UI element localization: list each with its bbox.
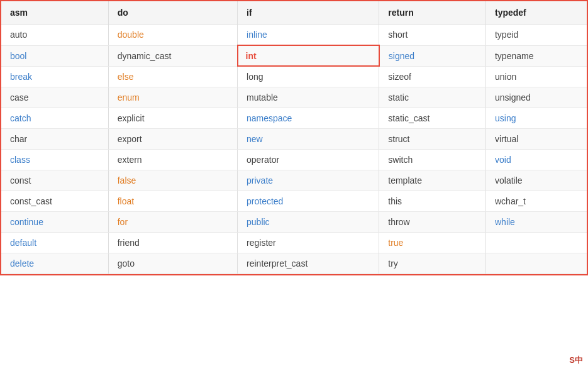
cell-row2-col4: union <box>485 66 587 87</box>
cell-row11-col4 <box>485 253 587 274</box>
cell-row1-col3: signed <box>379 45 486 66</box>
cell-row3-col1: enum <box>108 87 237 108</box>
table-row: classexternoperatorswitchvoid <box>1 150 587 170</box>
cell-row7-col4: volatile <box>485 170 587 191</box>
table-row: caseenummutablestaticunsigned <box>1 87 587 108</box>
cell-row1-col1: dynamic_cast <box>108 45 237 66</box>
cell-row5-col2: new <box>238 129 379 150</box>
table-row: breakelselongsizeofunion <box>1 66 587 87</box>
cell-row2-col3: sizeof <box>379 66 486 87</box>
cell-row6-col4: void <box>485 150 587 170</box>
cell-row9-col4: while <box>485 212 587 233</box>
cell-row6-col3: switch <box>379 150 486 170</box>
table-row: deletegotoreinterpret_casttry <box>1 253 587 274</box>
cell-row9-col2: public <box>238 212 379 233</box>
table-row: continueforpublicthrowwhile <box>1 212 587 233</box>
cell-row0-col4: typeid <box>485 25 587 46</box>
cell-row8-col0: const_cast <box>1 191 108 212</box>
cell-row5-col0: char <box>1 129 108 150</box>
header-col1: asm <box>1 1 108 25</box>
table-header-row: asm do if return typedef <box>1 1 587 25</box>
cell-row8-col1: float <box>108 191 237 212</box>
cell-row2-col2: long <box>238 66 379 87</box>
cell-row11-col3: try <box>379 253 486 274</box>
table-row: constfalseprivatetemplatevolatile <box>1 170 587 191</box>
cell-row5-col3: struct <box>379 129 486 150</box>
cell-row4-col3: static_cast <box>379 108 486 129</box>
cell-row7-col3: template <box>379 170 486 191</box>
cell-row1-col0: bool <box>1 45 108 66</box>
cell-row10-col3: true <box>379 233 486 253</box>
cell-row10-col0: default <box>1 233 108 253</box>
cell-row0-col1: double <box>108 25 237 46</box>
cell-row8-col2: protected <box>238 191 379 212</box>
cell-row4-col1: explicit <box>108 108 237 129</box>
cell-row7-col2: private <box>238 170 379 191</box>
cell-row2-col0: break <box>1 66 108 87</box>
watermark: S中 <box>569 355 583 366</box>
cell-row11-col2: reinterpret_cast <box>238 253 379 274</box>
cell-row8-col3: this <box>379 191 486 212</box>
cell-row7-col0: const <box>1 170 108 191</box>
cell-row9-col3: throw <box>379 212 486 233</box>
header-col5: typedef <box>485 1 587 25</box>
cell-row11-col0: delete <box>1 253 108 274</box>
cell-row10-col2: register <box>238 233 379 253</box>
table-row: booldynamic_castintsignedtypename <box>1 45 587 66</box>
table-row: autodoubleinlineshorttypeid <box>1 25 587 46</box>
cell-row10-col1: friend <box>108 233 237 253</box>
cell-row2-col1: else <box>108 66 237 87</box>
cell-row3-col0: case <box>1 87 108 108</box>
cell-row9-col1: for <box>108 212 237 233</box>
header-col4: return <box>379 1 486 25</box>
header-col2: do <box>108 1 237 25</box>
table-row: defaultfriendregistertrue <box>1 233 587 253</box>
cell-row0-col2: inline <box>238 25 379 46</box>
cell-row4-col0: catch <box>1 108 108 129</box>
cell-row4-col4: using <box>485 108 587 129</box>
cell-row0-col3: short <box>379 25 486 46</box>
cell-row5-col4: virtual <box>485 129 587 150</box>
cell-row3-col4: unsigned <box>485 87 587 108</box>
keywords-table-container: asm do if return typedef autodoubleinlin… <box>0 0 588 275</box>
cell-row10-col4 <box>485 233 587 253</box>
cell-row6-col0: class <box>1 150 108 170</box>
header-col3: if <box>238 1 379 25</box>
cell-row3-col3: static <box>379 87 486 108</box>
keywords-table: asm do if return typedef autodoubleinlin… <box>1 1 587 274</box>
table-row: charexportnewstructvirtual <box>1 129 587 150</box>
cell-row1-col2: int <box>238 45 379 66</box>
cell-row0-col0: auto <box>1 25 108 46</box>
cell-row8-col4: wchar_t <box>485 191 587 212</box>
table-row: const_castfloatprotectedthiswchar_t <box>1 191 587 212</box>
cell-row6-col1: extern <box>108 150 237 170</box>
cell-row1-col4: typename <box>485 45 587 66</box>
cell-row9-col0: continue <box>1 212 108 233</box>
cell-row11-col1: goto <box>108 253 237 274</box>
cell-row3-col2: mutable <box>238 87 379 108</box>
cell-row7-col1: false <box>108 170 237 191</box>
cell-row4-col2: namespace <box>238 108 379 129</box>
cell-row6-col2: operator <box>238 150 379 170</box>
cell-row5-col1: export <box>108 129 237 150</box>
table-row: catchexplicitnamespacestatic_castusing <box>1 108 587 129</box>
